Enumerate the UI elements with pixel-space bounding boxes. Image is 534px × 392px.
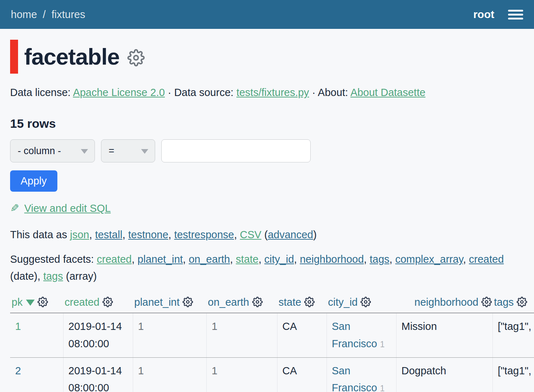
title-row: facetable: [10, 40, 524, 74]
view-edit-sql-link[interactable]: View and edit SQL: [24, 202, 111, 214]
pk-cell: 2: [10, 357, 63, 392]
metadata-line: Data license: Apache License 2.0 · Data …: [10, 87, 524, 99]
comma: ,: [183, 253, 186, 265]
comma: ,: [364, 253, 367, 265]
city-raw-id: 1: [380, 340, 385, 349]
title-accent-bar: [10, 40, 18, 74]
column-header-state-link[interactable]: state: [279, 296, 301, 308]
column-cog-icon[interactable]: [360, 297, 371, 307]
comma: ,: [122, 229, 125, 240]
facet-link-planet-int[interactable]: planet_int: [137, 253, 183, 265]
export-link-json[interactable]: json: [70, 229, 89, 240]
table-row: 1 2019-01-14 08:00:00 1 1 CA San Francis…: [10, 313, 534, 357]
column-cog-icon[interactable]: [102, 297, 113, 307]
facet-link-on-earth[interactable]: on_earth: [189, 253, 230, 265]
column-cog-icon[interactable]: [183, 297, 193, 307]
column-cog-icon[interactable]: [481, 297, 492, 307]
column-header-city-id-link[interactable]: city_id: [328, 296, 358, 308]
breadcrumb-fixtures-link[interactable]: fixtures: [52, 9, 85, 20]
operator-select[interactable]: =: [101, 139, 155, 162]
chevron-down-icon: [81, 149, 88, 154]
facet-link-city-id[interactable]: city_id: [264, 253, 294, 265]
export-link-testall[interactable]: testall: [95, 229, 122, 240]
column-cog-icon[interactable]: [517, 297, 527, 307]
planet-int-cell: 1: [133, 357, 206, 392]
row-pk-link[interactable]: 2: [15, 365, 21, 376]
facet-link-created[interactable]: created: [97, 253, 132, 265]
export-link-csv[interactable]: CSV: [240, 229, 262, 240]
city-raw-id: 1: [380, 384, 385, 392]
breadcrumb-home-link[interactable]: home: [11, 9, 37, 20]
about-link[interactable]: About Datasette: [350, 87, 425, 98]
tags-cell: ["tag1", "tag3"]: [493, 357, 534, 392]
export-link-testnone[interactable]: testnone: [128, 229, 168, 240]
meta-dot: ·: [168, 87, 171, 98]
column-header-tags-link[interactable]: tags: [494, 296, 514, 308]
facet-link-tags[interactable]: tags: [369, 253, 389, 265]
created-cell: 2019-01-14 08:00:00: [63, 357, 133, 392]
city-link[interactable]: San Francisco: [332, 365, 377, 392]
column-header-pk-link[interactable]: pk: [12, 296, 23, 308]
license-label: Data license:: [10, 87, 71, 98]
license-link[interactable]: Apache License 2.0: [73, 87, 165, 98]
table-header-row: pk created planet_int on_earth state cit…: [10, 294, 534, 313]
menu-icon-bar: [508, 18, 523, 19]
column-header-tags: tags: [493, 294, 534, 313]
top-nav-bar: home / fixtures root: [0, 0, 534, 29]
column-header-created-link[interactable]: created: [65, 296, 100, 308]
planet-int-cell: 1: [133, 313, 206, 357]
table-settings-gear-icon[interactable]: [127, 49, 145, 66]
on-earth-cell: 1: [206, 357, 277, 392]
row-pk-link[interactable]: 1: [15, 321, 21, 332]
comma: ,: [258, 253, 261, 265]
export-link-advanced[interactable]: advanced: [268, 229, 313, 240]
comma: ,: [389, 253, 392, 265]
tags-cell: ["tag1", "tag2"]: [493, 313, 534, 357]
column-cog-icon[interactable]: [252, 297, 263, 307]
comma: ,: [168, 229, 171, 240]
suggested-facets-line: Suggested facets: created, planet_int, o…: [10, 251, 524, 285]
menu-icon[interactable]: [508, 8, 523, 21]
apply-button[interactable]: Apply: [10, 170, 57, 192]
comma: ,: [234, 229, 237, 240]
facet-link-complex-array[interactable]: complex_array: [395, 253, 463, 265]
sort-descending-icon: [26, 300, 35, 306]
facet-link-neighborhood[interactable]: neighborhood: [300, 253, 364, 265]
table-row: 2 2019-01-14 08:00:00 1 1 CA San Francis…: [10, 357, 534, 392]
page-title: facetable: [24, 44, 119, 70]
chevron-down-icon: [141, 149, 148, 154]
comma: ,: [230, 253, 233, 265]
column-cog-icon[interactable]: [304, 297, 315, 307]
column-header-city-id: city_id: [327, 294, 396, 313]
comma: ,: [38, 270, 40, 282]
column-header-neighborhood-link[interactable]: neighborhood: [415, 296, 478, 308]
comma: ,: [463, 253, 466, 265]
paren-open: (: [264, 229, 268, 240]
export-links-line: This data as json, testall, testnone, te…: [10, 229, 524, 241]
filter-row: - column - =: [10, 139, 524, 162]
menu-icon-bar: [508, 14, 523, 16]
city-id-cell: San Francisco 1: [327, 357, 396, 392]
source-link[interactable]: tests/fixtures.py: [236, 87, 309, 98]
facet-link-tags-array[interactable]: tags: [43, 270, 63, 282]
column-select[interactable]: - column -: [10, 139, 95, 162]
logged-in-user[interactable]: root: [473, 8, 494, 21]
export-link-testresponse[interactable]: testresponse: [174, 229, 234, 240]
comma: ,: [294, 253, 297, 265]
facet-link-created-date[interactable]: created: [469, 253, 504, 265]
facet-link-state[interactable]: state: [236, 253, 259, 265]
comma: ,: [132, 253, 135, 265]
city-link[interactable]: San Francisco: [332, 321, 377, 349]
filter-value-input[interactable]: [161, 139, 311, 162]
column-header-planet-int-link[interactable]: planet_int: [134, 296, 180, 308]
main-content: facetable Data license: Apache License 2…: [0, 40, 534, 392]
column-header-created: created: [63, 294, 133, 313]
column-header-on-earth-link[interactable]: on_earth: [208, 296, 249, 308]
export-prefix: This data as: [10, 229, 67, 240]
comma: ,: [89, 229, 92, 240]
paren-close: ): [313, 229, 317, 240]
column-cog-icon[interactable]: [38, 297, 48, 307]
facet-suffix: (date): [10, 270, 38, 282]
created-cell: 2019-01-14 08:00:00: [63, 313, 133, 357]
breadcrumb: home / fixtures: [11, 9, 85, 21]
